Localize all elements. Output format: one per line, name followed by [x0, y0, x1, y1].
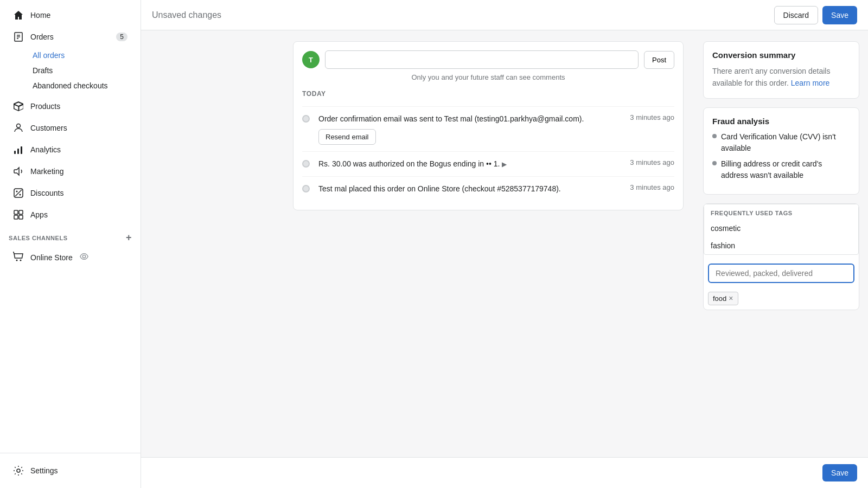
svg-rect-12	[14, 210, 18, 214]
home-icon	[13, 10, 24, 21]
svg-point-4	[17, 124, 21, 128]
resend-email-button[interactable]: Resend email	[318, 129, 376, 145]
orders-subnav: All orders Drafts Abandoned checkouts	[0, 48, 141, 95]
add-sales-channel-icon[interactable]: +	[126, 232, 132, 243]
conversion-summary-card: Conversion summary There aren't any conv…	[703, 41, 859, 99]
svg-point-16	[16, 260, 18, 261]
conversion-learn-more-link[interactable]: Learn more	[791, 79, 830, 87]
event-header-3: Test mal placed this order on Online Sto…	[318, 183, 674, 195]
sidebar-item-settings-label: Settings	[30, 466, 127, 475]
tag-chip-food-label: food	[713, 294, 726, 303]
sidebar-item-apps[interactable]: Apps	[4, 204, 136, 226]
fraud-dot-1	[712, 161, 717, 165]
sidebar-item-discounts-label: Discounts	[30, 189, 127, 197]
sidebar-bottom: Settings	[0, 453, 141, 488]
tags-chips: food ×	[704, 287, 859, 310]
timeline-dot-3	[302, 185, 310, 192]
fraud-item-1: Billing address or credit card's address…	[712, 158, 850, 181]
svg-rect-6	[17, 149, 19, 154]
sidebar-item-customers[interactable]: Customers	[4, 117, 136, 139]
conversion-title: Conversion summary	[712, 50, 850, 60]
svg-point-19	[17, 469, 20, 472]
sidebar-item-products[interactable]: Products	[4, 95, 136, 117]
svg-rect-13	[19, 210, 23, 214]
eye-icon[interactable]	[79, 252, 89, 263]
sidebar-nav: Home Orders 5 All orders Drafts Abandone…	[0, 0, 141, 453]
sidebar-item-home[interactable]: Home	[4, 4, 136, 26]
tags-input[interactable]	[708, 264, 854, 283]
timeline-events: Order confirmation email was sent to Tes…	[302, 106, 674, 201]
discounts-icon	[13, 188, 24, 198]
tag-suggestion-0[interactable]: cosmetic	[704, 220, 858, 237]
products-icon	[13, 101, 24, 112]
timeline-section: T Post Only you and your future staff ca…	[293, 41, 684, 210]
svg-rect-15	[19, 215, 23, 219]
tags-section: FREQUENTLY USED TAGS cosmetic fashion fo…	[703, 203, 859, 310]
marketing-icon	[13, 166, 24, 177]
timeline-event-email: Order confirmation email was sent to Tes…	[302, 106, 674, 151]
tag-suggestion-1[interactable]: fashion	[704, 237, 858, 254]
fraud-text-1: Billing address or credit card's address…	[721, 158, 850, 181]
sidebar: Home Orders 5 All orders Drafts Abandone…	[0, 0, 141, 488]
tags-dropdown-header: FREQUENTLY USED TAGS	[704, 204, 858, 220]
sidebar-item-products-label: Products	[30, 102, 127, 111]
topbar-actions: Discard Save	[774, 6, 857, 24]
save-button-bottom[interactable]: Save	[822, 464, 857, 481]
online-store-icon	[13, 251, 24, 264]
staff-note: Only you and your future staff can see c…	[302, 73, 674, 81]
analytics-icon	[13, 144, 24, 155]
timeline-event-payment-body: Rs. 30.00 was authorized on the Bogus en…	[318, 158, 674, 170]
customers-icon	[13, 123, 24, 133]
fraud-items: Card Verification Value (CVV) isn't avai…	[712, 131, 850, 181]
sales-channels-label: SALES CHANNELS	[9, 235, 68, 241]
fraud-item-0: Card Verification Value (CVV) isn't avai…	[712, 131, 850, 154]
tags-dropdown: FREQUENTLY USED TAGS cosmetic fashion	[704, 204, 859, 255]
expand-arrow[interactable]: ▶	[502, 160, 507, 168]
tags-input-container	[704, 259, 859, 287]
sidebar-item-marketing-label: Marketing	[30, 167, 127, 176]
timeline-event-placed-body: Test mal placed this order on Online Sto…	[318, 183, 674, 195]
comment-input[interactable]	[325, 50, 639, 69]
comment-bar: T Post	[302, 50, 674, 69]
event-time-1: 3 minutes ago	[630, 113, 674, 121]
orders-icon	[13, 31, 24, 42]
sidebar-item-orders[interactable]: Orders 5	[4, 26, 136, 48]
content-area: T Post Only you and your future staff ca…	[282, 30, 694, 488]
subnav-drafts[interactable]: Drafts	[28, 63, 141, 78]
timeline-event-email-body: Order confirmation email was sent to Tes…	[318, 113, 674, 145]
topbar: Unsaved changes Discard Save	[141, 0, 868, 30]
subnav-all-orders[interactable]: All orders	[28, 48, 141, 63]
sidebar-item-online-store[interactable]: Online Store	[4, 246, 136, 269]
sidebar-item-analytics-label: Analytics	[30, 145, 127, 154]
sidebar-item-analytics[interactable]: Analytics	[4, 139, 136, 160]
sales-channels-header: SALES CHANNELS +	[0, 226, 141, 246]
tag-chip-food-remove[interactable]: ×	[729, 294, 733, 302]
save-button-top[interactable]: Save	[822, 6, 857, 24]
sidebar-item-settings[interactable]: Settings	[4, 460, 136, 481]
sidebar-item-apps-label: Apps	[30, 210, 127, 219]
svg-line-10	[15, 190, 22, 196]
bottom-bar: Save	[141, 457, 868, 488]
svg-point-8	[16, 191, 18, 192]
event-time-3: 3 minutes ago	[630, 183, 674, 191]
sidebar-item-discounts[interactable]: Discounts	[4, 182, 136, 204]
fraud-dot-0	[712, 134, 717, 138]
discard-button[interactable]: Discard	[774, 6, 818, 24]
svg-point-17	[20, 260, 22, 261]
main-area: T Post Only you and your future staff ca…	[282, 30, 868, 488]
svg-rect-7	[21, 146, 22, 154]
comment-submit-button[interactable]: Post	[644, 51, 674, 69]
subnav-abandoned[interactable]: Abandoned checkouts	[28, 78, 141, 93]
timeline-event-payment: Rs. 30.00 was authorized on the Bogus en…	[302, 151, 674, 176]
conversion-text: There aren't any conversion details avai…	[712, 65, 850, 89]
sidebar-item-marketing[interactable]: Marketing	[4, 160, 136, 182]
sidebar-item-customers-label: Customers	[30, 124, 127, 132]
sidebar-item-orders-label: Orders	[30, 33, 110, 41]
event-text-2: Rs. 30.00 was authorized on the Bogus en…	[318, 158, 507, 170]
event-text-3: Test mal placed this order on Online Sto…	[318, 183, 561, 195]
svg-rect-14	[14, 215, 18, 219]
fraud-title: Fraud analysis	[712, 117, 850, 126]
event-header-1: Order confirmation email was sent to Tes…	[318, 113, 674, 125]
svg-point-9	[20, 194, 21, 196]
tag-chip-food: food ×	[708, 292, 738, 305]
